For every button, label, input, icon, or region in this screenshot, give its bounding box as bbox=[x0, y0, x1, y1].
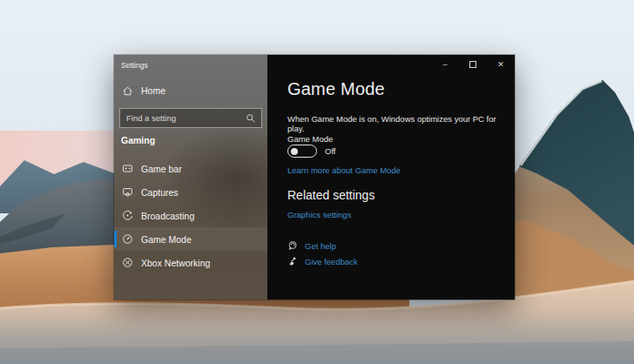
sidebar-item-label: Game bar bbox=[141, 164, 182, 174]
sidebar-item-xbox-networking[interactable]: Xbox Networking bbox=[114, 251, 267, 274]
captures-icon bbox=[122, 186, 133, 198]
toggle-state-label: Off bbox=[325, 146, 336, 156]
related-settings-heading: Related settings bbox=[287, 188, 374, 202]
game-mode-icon bbox=[122, 233, 133, 245]
learn-more-link[interactable]: Learn more about Game Mode bbox=[287, 165, 401, 175]
get-help-link[interactable]: Get help bbox=[305, 241, 336, 251]
give-feedback-row[interactable]: Give feedback bbox=[287, 255, 358, 267]
search-input[interactable] bbox=[120, 113, 246, 123]
settings-content-pane: – ✕ Game Mode When Game Mode is on, Wind… bbox=[267, 55, 515, 300]
toggle-label: Game Mode bbox=[287, 134, 333, 144]
sidebar-nav: Game bar Captures Broadcasting bbox=[114, 157, 267, 274]
app-title: Settings bbox=[121, 61, 148, 70]
page-title: Game Mode bbox=[287, 79, 385, 99]
sidebar-section-gaming: Gaming bbox=[121, 135, 155, 145]
game-bar-icon bbox=[122, 163, 133, 174]
settings-window: Settings Home Gaming Ga bbox=[114, 55, 515, 300]
sidebar-item-label: Xbox Networking bbox=[141, 258, 210, 268]
sidebar-item-broadcasting[interactable]: Broadcasting bbox=[114, 204, 267, 227]
sidebar-item-captures[interactable]: Captures bbox=[114, 180, 267, 204]
sidebar-item-home[interactable]: Home bbox=[114, 81, 267, 100]
toggle-knob bbox=[291, 148, 298, 155]
get-help-row[interactable]: Get help bbox=[287, 239, 336, 252]
search-box[interactable] bbox=[119, 108, 262, 128]
search-icon[interactable] bbox=[246, 113, 256, 124]
minimize-button[interactable]: – bbox=[431, 55, 459, 74]
maximize-button[interactable] bbox=[459, 55, 487, 74]
sidebar-item-game-mode[interactable]: Game Mode bbox=[114, 227, 267, 251]
sidebar-item-game-bar[interactable]: Game bar bbox=[114, 157, 267, 180]
get-help-icon bbox=[287, 240, 298, 251]
selection-accent-bar bbox=[114, 231, 117, 247]
page-description: When Game Mode is on, Windows optimizes … bbox=[287, 114, 515, 133]
broadcasting-icon bbox=[122, 210, 133, 221]
sidebar-item-label: Broadcasting bbox=[141, 211, 194, 221]
close-icon: ✕ bbox=[497, 60, 504, 69]
window-controls: – ✕ bbox=[431, 55, 515, 74]
give-feedback-icon bbox=[287, 256, 298, 266]
home-icon bbox=[122, 85, 133, 97]
graphics-settings-link[interactable]: Graphics settings bbox=[287, 210, 351, 219]
sidebar-item-label: Captures bbox=[141, 187, 179, 198]
settings-sidebar: Settings Home Gaming Ga bbox=[114, 55, 267, 300]
close-button[interactable]: ✕ bbox=[487, 55, 515, 74]
minimize-icon: – bbox=[442, 60, 447, 69]
maximize-icon bbox=[469, 61, 476, 68]
game-mode-toggle-row: Off bbox=[287, 145, 336, 158]
sidebar-item-label: Home bbox=[141, 85, 165, 96]
xbox-icon bbox=[122, 257, 133, 268]
sidebar-item-label: Game Mode bbox=[141, 234, 192, 245]
give-feedback-link[interactable]: Give feedback bbox=[305, 257, 358, 266]
game-mode-toggle[interactable] bbox=[287, 145, 317, 158]
